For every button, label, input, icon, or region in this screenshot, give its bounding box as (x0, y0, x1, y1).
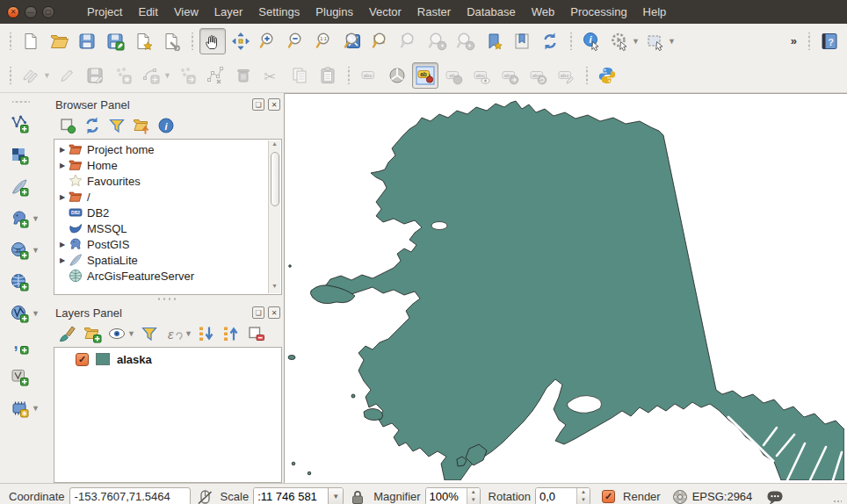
toolbar-grip[interactable] (189, 32, 195, 50)
toolbar-grip[interactable] (568, 32, 574, 50)
layer-labeling-options-button[interactable]: ab (412, 62, 438, 89)
run-feature-action-dropdown-arrow[interactable]: ▼ (632, 37, 641, 46)
expression-filter-button[interactable]: ε (163, 323, 185, 344)
scrollbar-thumb[interactable] (271, 152, 279, 206)
crs-status-icon[interactable] (670, 487, 688, 504)
refresh-map-button[interactable] (537, 28, 563, 54)
menu-project[interactable]: Project (79, 2, 130, 22)
browser-item-project-home[interactable]: ▶Project home (54, 141, 281, 157)
rotation-spinbox[interactable]: ▲▼ (535, 487, 590, 504)
browser-properties-button[interactable]: i (155, 115, 177, 136)
browser-item--[interactable]: ▶/ (54, 189, 281, 205)
expander-icon[interactable]: ▶ (57, 241, 68, 248)
menu-processing[interactable]: Processing (562, 2, 634, 22)
new-bookmark-button[interactable] (481, 28, 507, 54)
magnifier-spinbox[interactable]: ▲▼ (425, 487, 481, 504)
open-layer-styling-button[interactable] (56, 323, 79, 344)
zoom-to-layer-button[interactable] (368, 28, 395, 54)
new-shapefile-layer-button[interactable] (6, 364, 33, 390)
coordinate-input[interactable] (69, 487, 191, 504)
save-project-button[interactable] (74, 28, 100, 54)
scale-dropdown-button[interactable]: ▼ (328, 488, 343, 504)
new-geopackage-layer-button[interactable] (6, 395, 33, 421)
browser-item-favourites[interactable]: Favourites (54, 173, 281, 189)
help-button[interactable]: ? (816, 28, 843, 54)
toolbar-grip[interactable] (12, 98, 30, 104)
save-project-as-button[interactable] (102, 28, 128, 54)
messages-icon[interactable] (765, 487, 783, 504)
crs-label[interactable]: EPSG:2964 (692, 490, 753, 503)
toolbar-grip[interactable] (345, 67, 351, 84)
add-delimited-text-layer-button[interactable]: , (6, 332, 33, 358)
expander-icon[interactable]: ▶ (57, 256, 68, 264)
magnifier-input[interactable] (426, 488, 467, 504)
show-bookmarks-button[interactable] (509, 28, 535, 54)
expander-icon[interactable]: ▶ (57, 146, 68, 154)
render-checkbox[interactable]: ✓ (602, 490, 615, 503)
menu-edit[interactable]: Edit (130, 2, 165, 22)
browser-item-mssql[interactable]: MSSQL (54, 220, 281, 236)
new-geopackage-layer-dropdown-arrow[interactable]: ▼ (32, 404, 40, 413)
menu-raster[interactable]: Raster (409, 2, 459, 22)
expression-filter-dropdown-arrow[interactable]: ▼ (185, 329, 193, 338)
browser-panel-close-button[interactable]: ✕ (268, 98, 280, 111)
scale-input[interactable] (254, 488, 328, 504)
menu-plugins[interactable]: Plugins (308, 2, 361, 22)
filter-browser-button[interactable] (105, 115, 128, 136)
menu-help[interactable]: Help (635, 2, 675, 22)
add-group-button[interactable] (81, 323, 104, 344)
lock-scale-icon[interactable] (348, 487, 366, 504)
menu-settings[interactable]: Settings (250, 2, 308, 22)
panel-splitter[interactable] (54, 295, 282, 303)
browser-item-postgis[interactable]: ▶PostGIS (54, 236, 281, 252)
layer-item-alaska[interactable]: ✓alaska (54, 348, 281, 367)
browser-item-db2[interactable]: DB2DB2 (54, 205, 281, 220)
run-feature-action-button[interactable] (606, 28, 633, 54)
new-composer-button[interactable] (130, 28, 156, 54)
zoom-native-button[interactable]: 1:1 (312, 28, 338, 54)
expander-icon[interactable]: ▶ (57, 193, 68, 201)
composer-manager-button[interactable] (158, 28, 185, 54)
browser-tree-scrollbar[interactable]: ▲ ▼ (268, 140, 280, 293)
menu-vector[interactable]: Vector (361, 2, 409, 22)
zoom-in-button[interactable] (256, 28, 282, 54)
select-features-dropdown-arrow[interactable]: ▼ (668, 37, 677, 46)
mouse-position-toggle-icon[interactable] (195, 487, 213, 504)
python-console-button[interactable] (594, 62, 620, 89)
identify-features-button[interactable]: i (578, 28, 604, 54)
refresh-browser-button[interactable] (81, 115, 104, 136)
toolbar-overflow-button[interactable]: » (785, 34, 802, 47)
layers-panel-float-button[interactable]: ❏ (252, 306, 264, 319)
add-wms-layer-button[interactable] (6, 269, 33, 295)
toolbar-grip[interactable] (583, 67, 590, 84)
filter-legend-button[interactable] (138, 323, 161, 344)
scale-combo[interactable]: ▼ (253, 487, 344, 504)
browser-item-home[interactable]: ▶Home (54, 157, 281, 173)
toolbar-grip[interactable] (7, 67, 13, 84)
browser-item-arcgisfeatureserver[interactable]: ArcGisFeatureServer (54, 268, 281, 284)
add-postgis-layer-button[interactable] (6, 205, 33, 232)
menu-view[interactable]: View (166, 2, 206, 22)
rotation-input[interactable] (536, 488, 576, 504)
open-project-button[interactable] (46, 28, 72, 54)
expander-icon[interactable]: ▶ (57, 162, 68, 169)
add-vector-layer-button[interactable] (6, 111, 33, 137)
map-canvas[interactable] (284, 93, 847, 483)
add-raster-layer-button[interactable] (6, 142, 33, 169)
layer-visibility-checkbox[interactable]: ✓ (76, 353, 89, 366)
menu-layer[interactable]: Layer (206, 2, 251, 22)
zoom-out-button[interactable] (284, 28, 310, 54)
browser-item-spatialite[interactable]: ▶SpatiaLite (54, 252, 281, 268)
pan-to-selection-button[interactable] (228, 28, 254, 54)
window-close-button[interactable]: ✕ (7, 6, 19, 18)
pan-map-button[interactable] (199, 28, 226, 54)
menu-database[interactable]: Database (459, 2, 524, 22)
browser-panel-float-button[interactable]: ❏ (252, 98, 264, 111)
manage-visibility-button[interactable] (105, 323, 128, 344)
toolbar-grip[interactable] (806, 32, 812, 50)
select-features-button[interactable] (642, 28, 669, 54)
add-mssql-layer-button[interactable]: 31 (6, 237, 33, 263)
add-mssql-layer-dropdown-arrow[interactable]: ▼ (32, 246, 40, 255)
collapse-all-browser-button[interactable] (130, 115, 153, 136)
expand-all-button[interactable] (195, 323, 218, 344)
